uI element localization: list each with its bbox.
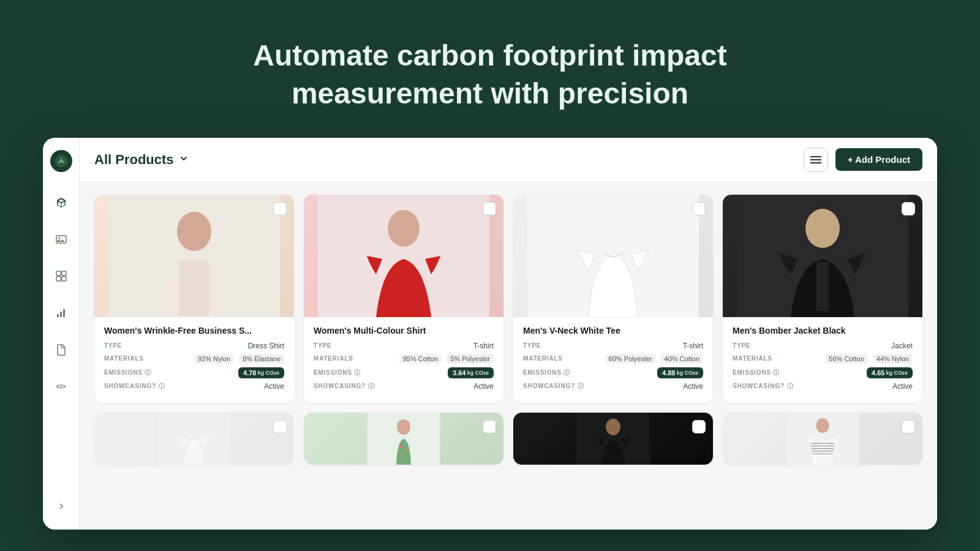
- showcasing-value: Active: [892, 382, 913, 391]
- showcasing-info-icon[interactable]: ⓘ: [578, 383, 584, 389]
- sidebar-item-images[interactable]: [50, 228, 72, 250]
- type-value: T-shirt: [683, 342, 703, 350]
- product-name: Men's V-Neck White Tee: [523, 326, 703, 335]
- emissions-info-icon[interactable]: ⓘ: [145, 369, 151, 376]
- sidebar-item-analytics[interactable]: [50, 302, 72, 324]
- type-row: TYPE T-shirt: [523, 342, 703, 350]
- emissions-info-icon[interactable]: ⓘ: [773, 369, 780, 376]
- sidebar-item-collapse[interactable]: [50, 495, 72, 517]
- product-image: [513, 413, 713, 465]
- emissions-label: EMISSIONS ⓘ: [314, 369, 361, 377]
- hero-section: Automate carbon footprint impact measure…: [0, 0, 980, 138]
- emissions-unit: kg CO₂e: [467, 370, 489, 376]
- sidebar-item-documents[interactable]: [50, 339, 72, 361]
- chevron-down-icon[interactable]: [179, 154, 189, 165]
- type-row: TYPE T-shirt: [314, 342, 494, 350]
- materials-group: 60% Polyester40% Cotton: [603, 354, 703, 364]
- showcasing-label: SHOWCASING? ⓘ: [523, 382, 584, 391]
- material-tag: 56% Cotton: [825, 354, 867, 364]
- emissions-unit: kg CO₂e: [886, 370, 908, 376]
- product-image: [723, 413, 922, 465]
- svg-rect-3: [56, 271, 61, 276]
- product-checkbox[interactable]: [483, 420, 496, 433]
- emissions-info-icon[interactable]: ⓘ: [564, 369, 570, 376]
- add-product-button[interactable]: + Add Product: [835, 148, 922, 171]
- showcasing-value: Active: [473, 382, 494, 391]
- product-image: [94, 195, 294, 317]
- showcasing-info-icon[interactable]: ⓘ: [159, 383, 165, 389]
- materials-label: MATERIALS: [104, 355, 144, 362]
- svg-point-25: [399, 444, 402, 448]
- showcasing-row: SHOWCASING? ⓘ Active: [733, 382, 913, 391]
- emissions-label: EMISSIONS ⓘ: [523, 369, 570, 377]
- materials-label: MATERIALS: [733, 355, 772, 362]
- svg-point-17: [388, 210, 420, 247]
- showcasing-info-icon[interactable]: ⓘ: [368, 383, 375, 389]
- svg-point-27: [401, 453, 403, 455]
- type-label: TYPE: [314, 342, 331, 349]
- emissions-label: EMISSIONS ⓘ: [733, 369, 780, 377]
- product-checkbox[interactable]: [273, 420, 287, 433]
- product-image: [304, 413, 503, 465]
- sidebar-item-products[interactable]: [50, 192, 72, 214]
- svg-point-29: [606, 419, 620, 435]
- showcasing-label: SHOWCASING? ⓘ: [104, 382, 165, 391]
- emissions-row: EMISSIONS ⓘ 4.65 kg CO₂e: [733, 367, 913, 378]
- materials-label: MATERIALS: [523, 355, 563, 362]
- products-grid: Women's Wrinkle-Free Business S... TYPE …: [80, 182, 937, 530]
- showcasing-label: SHOWCASING? ⓘ: [314, 382, 374, 391]
- type-row: TYPE Dress Shirt: [104, 342, 284, 350]
- type-value: T-shirt: [473, 342, 494, 350]
- materials-label: MATERIALS: [314, 355, 353, 362]
- product-info: Women's Multi-Colour Shirt TYPE T-shirt …: [304, 317, 503, 403]
- product-info: Men's V-Neck White Tee TYPE T-shirt MATE…: [513, 317, 713, 403]
- product-checkbox[interactable]: [273, 202, 287, 216]
- hero-title: Automate carbon footprint impact measure…: [12, 37, 968, 113]
- product-image: [723, 195, 922, 317]
- product-card: [513, 413, 713, 465]
- emissions-badge: 3.64 kg CO₂e: [448, 367, 494, 378]
- materials-group: 92% Nylon8% Elastane: [192, 354, 284, 364]
- svg-rect-5: [56, 277, 61, 281]
- showcasing-value: Active: [264, 382, 284, 391]
- product-checkbox[interactable]: [902, 202, 915, 216]
- emissions-info-icon[interactable]: ⓘ: [354, 369, 361, 376]
- view-menu-button[interactable]: [804, 148, 828, 172]
- material-tag: 5% Polyester: [447, 354, 494, 364]
- product-checkbox[interactable]: [902, 420, 915, 433]
- svg-point-14: [177, 212, 211, 251]
- top-bar: All Products + Add Product: [80, 138, 937, 182]
- emissions-unit: kg CO₂e: [676, 370, 698, 376]
- product-image: [513, 195, 713, 317]
- sidebar: </>: [43, 138, 80, 530]
- page-title-group: All Products: [94, 152, 189, 168]
- svg-point-20: [805, 209, 840, 248]
- svg-rect-8: [60, 312, 62, 317]
- materials-row: MATERIALS 60% Polyester40% Cotton: [523, 354, 703, 364]
- product-card: Women's Wrinkle-Free Business S... TYPE …: [94, 195, 294, 403]
- emissions-unit: kg CO₂e: [257, 370, 279, 376]
- product-checkbox[interactable]: [692, 202, 706, 216]
- emissions-badge: 4.88 kg CO₂e: [657, 367, 703, 378]
- product-card: Men's V-Neck White Tee TYPE T-shirt MATE…: [513, 195, 713, 403]
- product-card: Women's Multi-Colour Shirt TYPE T-shirt …: [304, 195, 503, 403]
- showcasing-info-icon[interactable]: ⓘ: [787, 383, 794, 389]
- top-bar-actions: + Add Product: [804, 148, 922, 172]
- logo[interactable]: [50, 150, 72, 172]
- svg-rect-15: [179, 261, 209, 316]
- showcasing-row: SHOWCASING? ⓘ Active: [523, 382, 703, 391]
- showcasing-value: Active: [683, 382, 703, 391]
- type-row: TYPE Jacket: [733, 342, 913, 350]
- sidebar-item-developer[interactable]: </>: [50, 375, 72, 397]
- product-checkbox[interactable]: [483, 202, 496, 216]
- emissions-badge: 4.78 kg CO₂e: [238, 367, 284, 378]
- type-label: TYPE: [523, 342, 541, 349]
- material-tag: 95% Cotton: [399, 354, 442, 364]
- material-tag: 92% Nylon: [194, 354, 234, 364]
- emissions-row: EMISSIONS ⓘ 4.78 kg CO₂e: [104, 367, 284, 378]
- sidebar-item-gallery[interactable]: [50, 265, 72, 287]
- product-checkbox[interactable]: [692, 420, 706, 433]
- showcasing-row: SHOWCASING? ⓘ Active: [314, 382, 494, 391]
- svg-rect-21: [816, 262, 829, 311]
- materials-group: 56% Cotton44% Nylon: [823, 354, 913, 364]
